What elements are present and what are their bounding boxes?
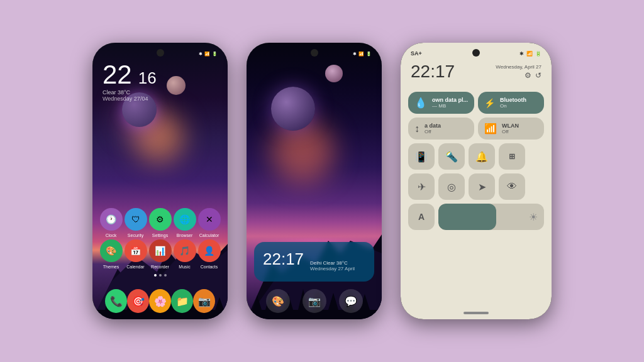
brightness-slider[interactable]: ☀ [438,204,544,230]
phone1-weather-widget: 22 16 Clear 38°C Wednesday 27/04 [92,59,228,104]
app-themes[interactable]: 🎨 Themes [100,239,123,269]
dock-gallery[interactable]: 🌸 [149,289,171,313]
recorder-label: Recorder [151,265,169,269]
settings-label: Settings [152,233,168,238]
phone1-screen: ✱ 📶 🔋 22 16 Clear 38°C Wednesday 27/04 🕐… [92,43,228,319]
control-row-1: 💧 own data pl... — MB ⚡ Bluetooth On [408,92,544,114]
tile-data-name: own data pl... [432,97,468,103]
tile-airplane[interactable]: ✈ [408,173,435,200]
phone3-signal-status: 📶 [526,51,533,57]
phone1-apps-row1: 🕐 Clock 🛡 Security ⚙ Settings 🌐 Browser … [92,208,228,238]
app-calendar[interactable]: 📅 Calendar [125,239,147,269]
phone3-bt-status: ✱ [519,51,524,57]
control-row-4: ✈ ◎ ➤ 👁 [408,173,544,200]
phone3-icon-edit[interactable]: ⚙ [525,71,531,80]
tile-bluetooth[interactable]: ⚡ Bluetooth On [478,92,544,114]
tile-data-plan[interactable]: 💧 own data pl... — MB [408,92,474,114]
app-calculator[interactable]: ✕ Calculator [198,208,221,238]
app-security[interactable]: 🛡 Security [125,208,147,238]
phone2-bt-icon: ✱ [353,52,357,57]
tile-bell[interactable]: 🔔 [469,143,495,170]
app-contacts[interactable]: 👤 Contacts [198,239,221,269]
phone1-bt-icon: ✱ [199,52,203,57]
sun-icon: ☀ [529,211,538,223]
phone2-statusbar: ✱ 📶 🔋 [247,43,382,59]
contacts-icon: 👤 [198,239,221,262]
control-grid: 💧 own data pl... — MB ⚡ Bluetooth On [401,87,552,309]
security-label: Security [128,233,143,238]
phone2-signal: 📶 [358,52,364,57]
dock-phone[interactable]: 📞 [105,289,127,313]
tile-nfc[interactable]: ⊞ [499,143,525,170]
phone2-widget: 22:17 Delhi Clear 38°C Wednesday 27 Apri… [254,242,374,282]
phone-2: ✱ 📶 🔋 22:17 Delhi Clear 38°C Wednesday 2… [247,43,382,319]
dock-chat-2[interactable]: 💬 [339,289,363,313]
phone-3: SA+ ✱ 📶 🔋 22:17 Wednesday, April 27 ⚙ ↺ [401,43,552,319]
phone1-dock: 📞 🎯 🌸 📁 📷 [92,289,228,313]
phone2-weather: Delhi Clear 38°C [310,260,355,266]
phone2-glow [271,120,334,183]
tile-mobile-status: Off [425,129,441,134]
phone3-battery-status: 🔋 [535,51,541,57]
tile-wlan-text: WLAN Off [502,123,519,134]
themes-label: Themes [103,265,119,269]
tile-mobile-data[interactable]: ↕ a data Off [408,118,474,140]
phone3-time: 22:17 [411,62,455,82]
phone2-dock: 🎨 📷 💬 [247,289,382,313]
calendar-label: Calendar [126,265,144,269]
tile-mobile-text: a data Off [425,123,441,134]
tile-location[interactable]: ➤ [469,173,495,200]
wlan-icon: 📶 [484,123,497,134]
app-browser[interactable]: 🌐 Browser [174,208,196,238]
app-recorder[interactable]: 📊 Recorder [149,239,172,269]
phone3-date-text: Wednesday, April 27 [496,64,541,70]
dock-camera-2[interactable]: 📷 [303,289,326,313]
phone3-status-icons: ✱ 📶 🔋 [519,51,541,57]
phone2-time: 22:17 [263,250,304,269]
calculator-icon: ✕ [198,208,221,231]
tile-vibrate[interactable]: 📳 [408,143,435,170]
phone3-icon-refresh[interactable]: ↺ [535,71,541,80]
dock-themes-2[interactable]: 🎨 [266,289,290,313]
clock-label: Clock [106,233,117,238]
dock-camera[interactable]: 📷 [193,289,215,313]
phone2-moon [325,65,343,82]
phone2-screen: ✱ 📶 🔋 22:17 Delhi Clear 38°C Wednesday 2… [247,43,382,319]
control-row-5: A ☀ [408,204,544,230]
settings-icon: ⚙ [149,208,172,231]
tile-flashlight[interactable]: 🔦 [438,143,465,170]
app-music[interactable]: 🎵 Music [174,239,196,269]
phone1-statusbar: ✱ 📶 🔋 [92,43,228,59]
calendar-icon: 📅 [125,239,147,262]
dot-2 [159,274,162,277]
bluetooth-icon: ⚡ [484,98,495,108]
music-icon: 🎵 [174,239,196,262]
dock-files[interactable]: 📁 [171,289,193,313]
tile-wlan-name: WLAN [502,123,519,129]
tile-data-text: own data pl... — MB [432,97,468,109]
tile-eye[interactable]: 👁 [499,173,525,200]
calculator-label: Calculator [199,233,219,238]
tile-bt-status: On [500,103,526,109]
mobile-data-icon: ↕ [414,123,419,134]
tile-focus[interactable]: ◎ [438,173,465,200]
dot-3 [164,274,167,277]
phone2-battery: 🔋 [366,52,372,57]
home-indicator[interactable] [464,312,489,314]
phone1-min: 16 [138,69,157,88]
dock-target[interactable]: 🎯 [127,289,149,313]
app-settings[interactable]: ⚙ Settings [149,208,172,238]
phone1-signal-icon: 📶 [204,52,210,57]
phone-1: ✱ 📶 🔋 22 16 Clear 38°C Wednesday 27/04 🕐… [92,43,228,319]
phone1-hour: 22 [103,62,132,88]
contacts-label: Contacts [201,265,218,269]
data-plan-icon: 💧 [414,97,427,109]
music-label: Music [179,265,190,269]
tile-mobile-name: a data [425,123,441,129]
phone3-date-section: Wednesday, April 27 ⚙ ↺ [496,64,541,80]
phone3-statusbar: SA+ ✱ 📶 🔋 [401,43,552,59]
app-clock[interactable]: 🕐 Clock [100,208,123,238]
tile-wlan[interactable]: 📶 WLAN Off [478,118,544,140]
control-row-3: 📳 🔦 🔔 ⊞ [408,143,544,170]
auto-brightness-btn[interactable]: A [408,204,435,230]
